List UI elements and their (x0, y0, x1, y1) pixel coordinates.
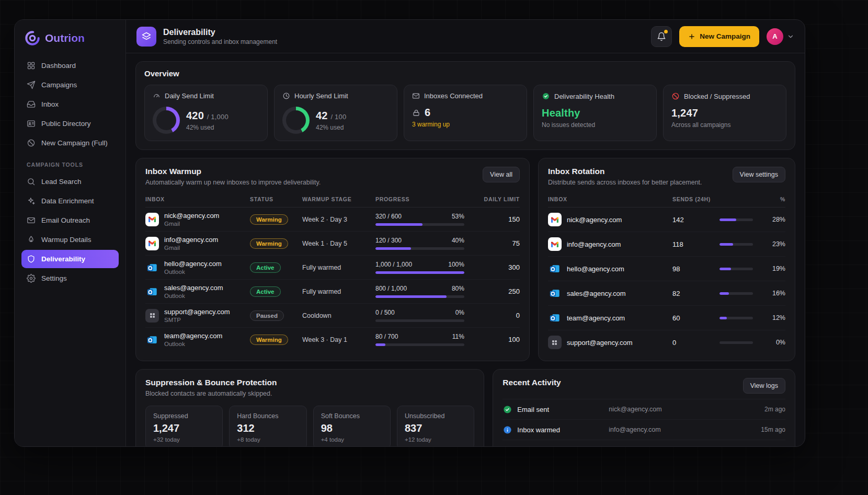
rotation-table-row: info@agency.com 118 23% (548, 232, 785, 257)
sends-count: 98 (672, 265, 719, 273)
outlook-icon (548, 311, 562, 325)
sidebar-item-new-campaign[interactable]: New Campaign (Full) (21, 134, 119, 152)
card-caption: Across all campaigns (671, 121, 778, 129)
stat-label: Suppressed (153, 412, 215, 420)
card-label: Deliverability Health (554, 93, 614, 100)
rotation-percent: 16% (761, 290, 785, 297)
sends-count: 118 (672, 240, 719, 248)
view-settings-button[interactable]: View settings (733, 167, 785, 182)
sidebar-item-label: Campaigns (41, 81, 77, 89)
warmup-table-row: sales@agency.comOutlook Active Fully war… (145, 280, 520, 304)
activity-time: 2m ago (752, 406, 785, 413)
warmup-table-row: nick@agency.comGmail Warming Week 2 · Da… (145, 208, 520, 232)
sidebar-item-public-directory[interactable]: Public Directory (21, 114, 119, 133)
new-campaign-button[interactable]: New Campaign (679, 26, 759, 47)
view-all-button[interactable]: View all (483, 167, 520, 182)
daily-limit-value: 75 (474, 239, 520, 247)
unsubscribed-stat-card: Unsubscribed 837 +12 today (397, 406, 474, 446)
daily-limit-donut (153, 107, 180, 134)
stat-label: Unsubscribed (405, 412, 466, 420)
inbox-email: team@agency.com (164, 332, 222, 340)
inboxes-connected-card: Inboxes Connected 6 3 warming up (404, 85, 527, 141)
avatar: A (767, 28, 783, 45)
user-menu[interactable]: A (767, 28, 794, 45)
activity-time: 15m ago (752, 426, 785, 433)
inbox-provider: Outlook (164, 293, 223, 299)
rotation-bar (719, 341, 753, 344)
activity-row: Soft bounce old-email@domain.com 32m ago (502, 440, 785, 446)
outlook-icon (548, 262, 562, 275)
outlook-icon (145, 333, 159, 347)
sidebar-item-email-outreach[interactable]: Email Outreach (21, 211, 119, 229)
paper-plane-icon (27, 80, 36, 89)
sidebar-item-campaigns[interactable]: Campaigns (21, 76, 119, 94)
smtp-icon (145, 309, 159, 323)
status-badge: Warming (250, 335, 288, 345)
plus-icon (688, 33, 695, 40)
progress-bar (375, 319, 464, 322)
circle-slash-icon (27, 139, 36, 147)
progress-percent: 53% (452, 213, 464, 220)
inbox-email: hello@agency.com (164, 260, 222, 268)
daily-limit-value: 150 (474, 215, 520, 223)
warmup-stage: Fully warmed (302, 264, 375, 271)
stat-delta: +8 today (237, 436, 299, 443)
gmail-icon (145, 213, 159, 226)
rotation-percent: 28% (761, 216, 785, 223)
progress-count: 80 / 700 (375, 333, 398, 340)
progress-count: 0 / 500 (375, 309, 395, 316)
gear-icon (27, 274, 36, 283)
card-value: 6 (425, 107, 430, 119)
inbox-email: support@agency.com (164, 308, 230, 316)
panel-title: Inbox Rotation (548, 167, 702, 176)
warmup-table-row: team@agency.comOutlook Warming Week 3 · … (145, 328, 520, 351)
activity-row: Email sent nick@agency.com 2m ago (502, 399, 785, 419)
daily-limit-value: 250 (474, 287, 520, 295)
card-label: Hourly Send Limit (294, 92, 348, 100)
view-logs-button[interactable]: View logs (743, 378, 785, 394)
inbox-rotation-panel: Inbox Rotation Distribute sends across i… (538, 158, 795, 361)
health-status: Healthy (542, 107, 648, 119)
status-badge: Warming (250, 214, 288, 225)
progress-bar (375, 247, 464, 250)
stat-delta: +32 today (153, 436, 215, 443)
sidebar-item-inbox[interactable]: Inbox (21, 95, 119, 113)
rotation-bar (719, 218, 753, 221)
sidebar-item-lead-search[interactable]: Lead Search (21, 172, 119, 191)
sidebar-item-settings[interactable]: Settings (21, 269, 119, 287)
inbox-email: hello@agency.com (567, 265, 624, 273)
inbox-provider: Gmail (164, 221, 219, 227)
notification-dot (664, 30, 668, 33)
sends-count: 142 (672, 216, 719, 224)
brand-name: Outrion (45, 32, 85, 44)
daily-limit-value: 300 (474, 263, 520, 271)
progress-count: 800 / 1,000 (375, 285, 407, 292)
warmup-stage: Week 3 · Day 1 (302, 336, 375, 343)
rotation-table-row: hello@agency.com 98 19% (548, 257, 785, 281)
rotation-table-header: INBOX SENDS (24H) % (548, 191, 785, 208)
card-value: 42 (316, 110, 328, 121)
inbox-email: sales@agency.com (567, 290, 626, 297)
topbar: Deliverability Sending controls and inbo… (126, 20, 805, 53)
outlook-icon (145, 285, 159, 298)
panel-subtitle: Distribute sends across inboxes for bett… (548, 179, 702, 186)
directory-card-icon (27, 119, 36, 128)
page-title: Deliverability (163, 28, 277, 37)
warmup-stage: Fully warmed (302, 288, 375, 295)
app-window: Outrion Dashboard Campaigns Inbox Public… (14, 19, 805, 447)
envelope-icon (27, 216, 36, 225)
warning-triangle-icon (502, 445, 512, 446)
warmup-table-row: support@agency.comSMTP Paused Cooldown 0… (145, 304, 520, 328)
inbox-warmup-panel: Inbox Warmup Automatically warm up new i… (135, 158, 530, 361)
warming-up-caption: 3 warming up (412, 121, 519, 128)
inbox-provider: Outlook (164, 341, 222, 347)
sidebar-item-deliverability[interactable]: Deliverability (21, 250, 119, 268)
sidebar-item-dashboard[interactable]: Dashboard (21, 56, 119, 75)
sends-count: 0 (672, 339, 719, 347)
progress-bar (375, 223, 464, 226)
progress-count: 320 / 600 (375, 213, 402, 220)
sidebar-item-data-enrichment[interactable]: Data Enrichment (21, 192, 119, 210)
stat-label: Soft Bounces (321, 412, 383, 420)
sidebar-item-warmup-details[interactable]: Warmup Details (21, 231, 119, 249)
notifications-button[interactable] (651, 26, 672, 47)
